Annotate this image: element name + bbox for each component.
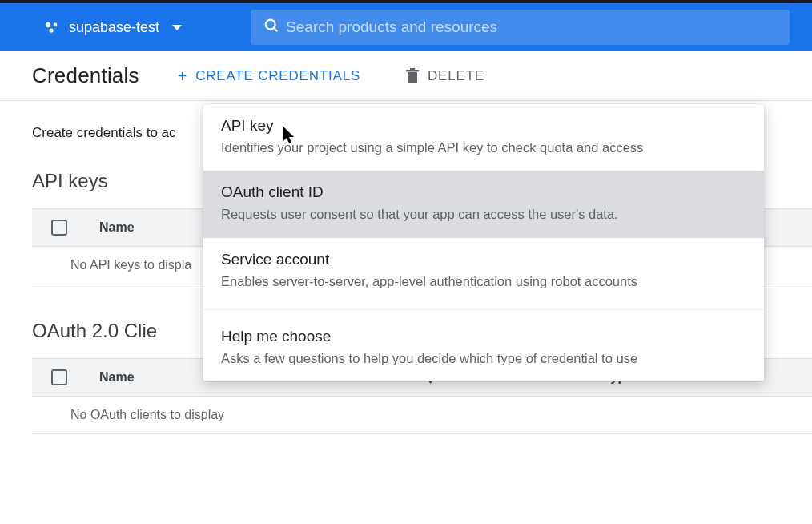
project-icon	[43, 18, 61, 36]
menu-item-service-account[interactable]: Service account Enables server-to-server…	[203, 238, 764, 304]
trash-icon	[405, 68, 420, 84]
menu-item-title: Service account	[221, 251, 746, 268]
page-title: Credentials	[32, 63, 139, 88]
svg-rect-7	[410, 68, 415, 71]
svg-rect-5	[408, 72, 417, 83]
svg-point-1	[54, 23, 58, 27]
search-input[interactable]	[286, 18, 783, 36]
menu-item-desc: Identifies your project using a simple A…	[221, 139, 746, 156]
delete-label: DELETE	[428, 68, 484, 84]
menu-item-title: API key	[221, 117, 746, 135]
oauth-empty-row: No OAuth clients to display	[32, 397, 812, 434]
chevron-down-icon	[172, 25, 182, 30]
page-header: Credentials + CREATE CREDENTIALS DELETE	[0, 51, 812, 101]
select-all-checkbox[interactable]	[51, 220, 67, 236]
menu-item-title: OAuth client ID	[221, 183, 746, 201]
menu-separator	[203, 309, 764, 310]
menu-item-desc: Asks a few questions to help you decide …	[221, 349, 746, 367]
svg-point-0	[46, 22, 50, 27]
svg-point-2	[49, 28, 53, 32]
project-selector[interactable]: supabase-test	[32, 14, 193, 41]
svg-point-3	[266, 20, 275, 30]
search-bar[interactable]	[251, 10, 790, 45]
create-credentials-button[interactable]: + CREATE CREDENTIALS	[171, 63, 367, 89]
create-credentials-menu: API key Identifies your project using a …	[203, 104, 764, 381]
top-bar: supabase-test	[0, 0, 812, 51]
select-all-checkbox[interactable]	[51, 369, 67, 385]
menu-item-oauth-client-id[interactable]: OAuth client ID Requests user consent so…	[203, 171, 764, 237]
menu-item-desc: Requests user consent so that your app c…	[221, 205, 746, 223]
menu-item-api-key[interactable]: API key Identifies your project using a …	[203, 104, 764, 171]
menu-item-help-me-choose[interactable]: Help me choose Asks a few questions to h…	[203, 315, 764, 381]
menu-item-desc: Enables server-to-server, app-level auth…	[221, 272, 746, 290]
project-name: supabase-test	[69, 19, 159, 36]
search-icon	[257, 17, 286, 38]
svg-line-4	[274, 28, 277, 31]
menu-item-title: Help me choose	[221, 328, 746, 345]
plus-icon: +	[178, 68, 187, 84]
create-credentials-label: CREATE CREDENTIALS	[195, 68, 360, 84]
delete-button[interactable]: DELETE	[399, 63, 491, 89]
